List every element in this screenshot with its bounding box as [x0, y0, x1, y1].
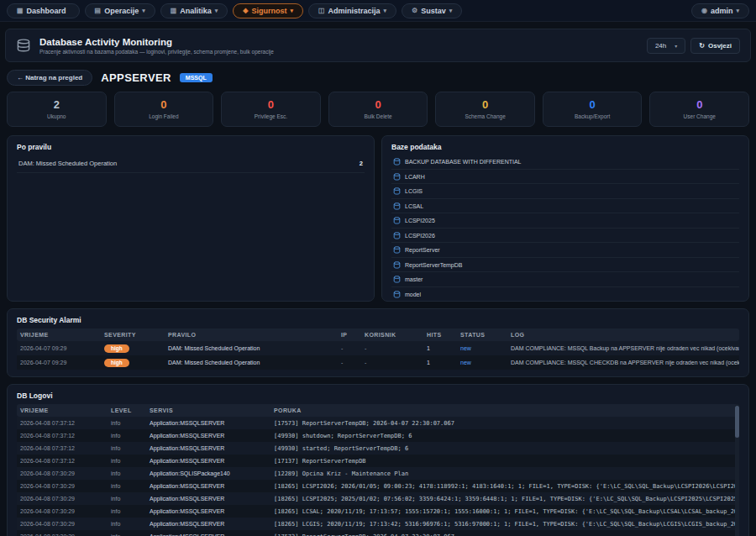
alarm-user: -	[361, 343, 423, 355]
database-list-item[interactable]: LCSAL	[391, 199, 739, 214]
log-row[interactable]: 2026-04-08 07:37:12 info Application:MSS…	[17, 442, 739, 455]
stat-value: 0	[650, 98, 748, 111]
column-header: KORISNIK	[361, 328, 423, 341]
top-navbar: ▦ Dashboard ▤ Operacije ▾ ▥ Analitika ▾ …	[0, 0, 756, 22]
nav-item-label: Dashboard	[27, 7, 66, 15]
alarm-hits: 1	[423, 343, 457, 355]
log-service: Application:MSSQLSERVER	[146, 493, 270, 505]
stat-card: 0 Privilege Esc.	[221, 92, 321, 127]
stat-card: 0 Schema Change	[435, 92, 535, 127]
database-list-item[interactable]: LCGIS	[391, 184, 739, 199]
logs-scrollbar-thumb[interactable]	[735, 406, 739, 438]
stat-value: 0	[115, 98, 213, 111]
log-level: info	[108, 455, 146, 467]
alarm-status: new	[457, 357, 507, 369]
log-row[interactable]: 2026-04-08 07:37:12 info Application:MSS…	[17, 429, 739, 442]
analytics-icon: ▥	[171, 7, 177, 14]
log-row[interactable]: 2026-04-08 07:30:29 info Application:MSS…	[17, 480, 739, 492]
nav-item[interactable]: ▦ Dashboard	[7, 3, 80, 18]
nav-item-label: Sustav	[421, 7, 446, 15]
log-level: info	[108, 443, 146, 455]
database-name: LCGIS	[405, 188, 423, 194]
database-name: LCSPI2026	[405, 233, 435, 239]
time-range-select[interactable]: 24h ▾	[647, 38, 685, 54]
nav-item[interactable]: ▤ Operacije ▾	[85, 3, 155, 18]
alarm-log: DAM COMPLIANCE: MSSQL Backup na APPSERVE…	[507, 343, 739, 355]
log-level: info	[108, 468, 146, 480]
log-service: Application:MSSQLSERVER	[146, 531, 270, 536]
database-icon	[393, 202, 401, 210]
log-time: 2026-04-08 07:30:29	[17, 506, 108, 518]
log-time: 2026-04-08 07:30:29	[17, 518, 108, 530]
column-header: PORUKA	[270, 404, 739, 417]
rule-label: DAM: Missed Scheduled Operation	[18, 160, 117, 167]
alarm-rule: DAM: Missed Scheduled Operation	[165, 357, 338, 369]
log-message: [12289] Opcina Kriz - Maintenance Plan	[270, 467, 739, 480]
database-name: ReportServerTempDB	[405, 262, 462, 268]
log-row[interactable]: 2026-04-08 07:30:29 info Application:MSS…	[17, 492, 739, 505]
refresh-button[interactable]: ↻ Osvjezi	[690, 38, 740, 54]
nav-item[interactable]: ▥ Analitika ▾	[160, 3, 228, 18]
user-icon: ◉	[701, 7, 707, 14]
gear-icon: ⚙	[412, 7, 417, 14]
log-row[interactable]: 2026-04-08 07:30:29 info Application:MSS…	[17, 530, 739, 536]
stat-cards: 2 Ukupno 0 Login Failed 0 Privilege Esc.…	[7, 92, 749, 127]
log-row[interactable]: 2026-04-08 07:37:12 info Application:MSS…	[17, 417, 739, 429]
stat-card: 2 Ukupno	[7, 92, 107, 127]
chevron-down-icon: ▾	[215, 8, 218, 14]
database-list-item[interactable]: LCSPI2025	[391, 213, 739, 229]
database-name: ReportServer	[405, 247, 440, 253]
alarm-row[interactable]: 2026-04-07 09:29 high DAM: Missed Schedu…	[17, 355, 739, 370]
log-row[interactable]: 2026-04-08 07:37:12 info Application:MSS…	[17, 455, 739, 467]
column-header: LOG	[507, 328, 739, 341]
stat-value: 0	[329, 98, 428, 111]
rule-row[interactable]: DAM: Missed Scheduled Operation 2	[17, 155, 365, 173]
alarms-table-header: VRIJEME SEVERITY PRAVILO IP KORISNIK HIT…	[17, 328, 739, 341]
nav-item[interactable]: ⚙ Sustav ▾	[402, 3, 462, 18]
column-header: IP	[338, 328, 361, 341]
nav-item[interactable]: ◫ Administracija ▾	[308, 3, 396, 18]
nav-item-label: Sigurnost	[251, 7, 286, 15]
alarm-row[interactable]: 2026-04-07 09:29 high DAM: Missed Schedu…	[17, 341, 739, 355]
log-level: info	[108, 493, 146, 505]
database-list-item[interactable]: LCSPI2026	[391, 229, 739, 244]
log-time: 2026-04-08 07:30:29	[17, 481, 108, 492]
refresh-button-label: Osvjezi	[708, 42, 732, 50]
database-list-item[interactable]: BACKUP DATABASE WITH DIFFERENTIAL	[391, 155, 739, 170]
column-header: HITS	[423, 328, 457, 341]
database-icon	[393, 291, 401, 298]
log-service: Application:MSSQLSERVER	[146, 481, 270, 492]
database-list-item[interactable]: model	[391, 287, 739, 302]
database-icon	[393, 217, 401, 224]
log-row[interactable]: 2026-04-08 07:30:29 info Application:SQL…	[17, 467, 739, 480]
log-message: [18265] LCSAL; 2020/11/19; 17:13:57; 155…	[270, 505, 739, 518]
user-menu[interactable]: ◉ admin ▾	[691, 3, 749, 18]
stat-label: Privilege Esc.	[222, 113, 320, 119]
stat-card: 0 User Change	[649, 92, 749, 127]
log-service: Application:MSSQLSERVER	[146, 443, 270, 455]
logs-scrollbar[interactable]	[735, 404, 739, 536]
database-list-item[interactable]: master	[391, 272, 739, 287]
database-name: LCARH	[405, 174, 425, 180]
refresh-icon: ↻	[699, 42, 705, 50]
chevron-down-icon: ▾	[142, 8, 145, 14]
database-list-item[interactable]: ReportServerTempDB	[391, 258, 739, 273]
back-button[interactable]: ← Natrag na pregled	[7, 70, 92, 86]
page-header-text: Database Activity Monitoring Pracenje ak…	[39, 37, 274, 55]
stat-value: 0	[543, 98, 642, 111]
alarm-status: new	[457, 343, 507, 355]
column-header: VRIJEME	[17, 328, 101, 341]
log-level: info	[108, 531, 146, 536]
page-subtitle: Pracenje aktivnosti na bazama podataka —…	[39, 49, 274, 55]
panel-title: Baze podataka	[391, 143, 739, 151]
log-row[interactable]: 2026-04-08 07:30:29 info Application:MSS…	[17, 505, 739, 518]
alarm-time: 2026-04-07 09:29	[17, 343, 101, 355]
database-list-item[interactable]: ReportServer	[391, 243, 739, 258]
nav-item-label: Operacije	[104, 7, 139, 15]
log-time: 2026-04-08 07:37:12	[17, 430, 108, 442]
log-time: 2026-04-08 07:30:29	[17, 531, 108, 536]
log-row[interactable]: 2026-04-08 07:30:29 info Application:MSS…	[17, 518, 739, 530]
database-name: master	[405, 276, 423, 282]
nav-item[interactable]: ◈ Sigurnost ▾	[233, 3, 303, 18]
database-list-item[interactable]: LCARH	[391, 170, 739, 185]
